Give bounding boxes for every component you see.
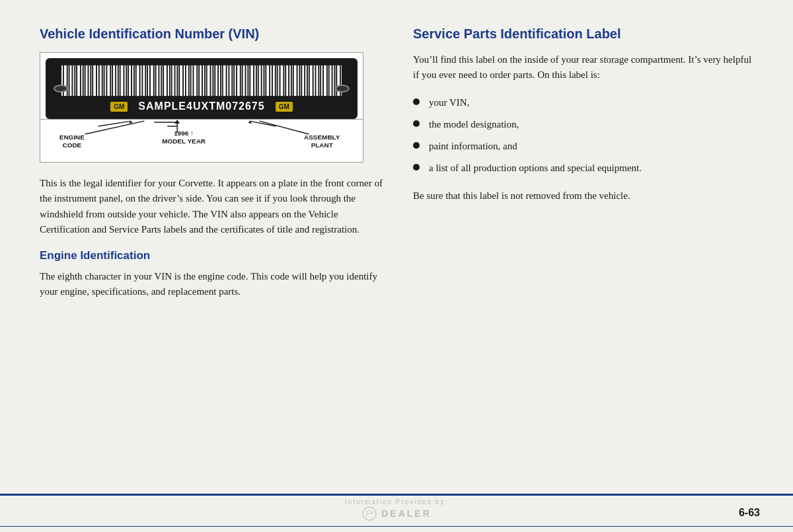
svg-rect-98 — [328, 65, 328, 96]
svg-rect-35 — [157, 65, 159, 96]
svg-rect-6 — [77, 65, 80, 96]
svg-rect-27 — [135, 65, 135, 96]
svg-rect-63 — [233, 65, 233, 96]
barcode-svg — [61, 65, 342, 96]
svg-rect-99 — [330, 65, 332, 96]
svg-rect-57 — [215, 65, 217, 96]
left-column: Vehicle Identification Number (VIN) — [40, 26, 387, 439]
vin-labels-svg: ENGINE CODE 1996 ↑ MODEL YEAR ASSEMBLY P… — [46, 120, 358, 158]
svg-rect-79 — [276, 65, 277, 96]
svg-rect-85 — [292, 65, 293, 96]
svg-rect-10 — [89, 65, 90, 96]
svg-rect-80 — [278, 65, 280, 96]
svg-rect-4 — [73, 65, 74, 96]
svg-rect-89 — [302, 65, 304, 96]
svg-rect-83 — [286, 65, 288, 96]
svg-text:ENGINE: ENGINE — [59, 133, 85, 141]
svg-rect-91 — [308, 65, 309, 96]
svg-rect-31 — [146, 65, 147, 96]
gm-badge-left: GM — [110, 102, 128, 112]
svg-rect-92 — [310, 65, 313, 96]
svg-rect-77 — [270, 65, 272, 96]
svg-rect-59 — [221, 65, 222, 96]
vin-plate-box: GM SAMPLE4UXTM072675 GM — [40, 52, 363, 120]
svg-rect-84 — [289, 65, 291, 96]
svg-rect-42 — [175, 65, 176, 96]
svg-rect-30 — [143, 65, 145, 96]
svg-rect-70 — [250, 65, 253, 96]
svg-rect-88 — [300, 65, 301, 96]
svg-rect-56 — [213, 65, 214, 96]
vin-number: SAMPLE4UXTM072675 — [138, 100, 264, 112]
svg-rect-38 — [164, 65, 167, 96]
vin-diagram: GM SAMPLE4UXTM072675 GM — [40, 52, 363, 163]
bullet-text-2: the model designation, — [429, 117, 519, 132]
bullet-item-1: your VIN, — [413, 95, 760, 110]
vin-oval-right — [335, 85, 350, 93]
svg-rect-7 — [81, 65, 83, 96]
svg-text:ASSEMBLY: ASSEMBLY — [304, 133, 340, 141]
svg-rect-76 — [266, 65, 269, 96]
vin-body-text: This is the legal identifier for your Co… — [40, 176, 387, 237]
svg-rect-43 — [178, 65, 178, 96]
bullet-text-4: a list of all production options and spe… — [429, 161, 642, 176]
svg-rect-94 — [316, 65, 318, 96]
svg-rect-16 — [105, 65, 106, 96]
footer-watermark-line1: Information Provided by: — [345, 498, 448, 506]
bullet-dot-3 — [413, 142, 420, 149]
svg-rect-25 — [129, 65, 131, 96]
svg-rect-101 — [335, 65, 336, 96]
svg-rect-69 — [248, 65, 249, 96]
engine-id-title: Engine Identification — [40, 249, 387, 262]
svg-rect-29 — [140, 65, 141, 96]
engine-id-body: The eighth character in your VIN is the … — [40, 269, 387, 300]
bullet-dot-4 — [413, 164, 420, 171]
svg-rect-11 — [91, 65, 92, 96]
svg-rect-39 — [168, 65, 169, 96]
svg-rect-68 — [246, 65, 247, 96]
svg-rect-82 — [284, 65, 285, 96]
svg-rect-62 — [229, 65, 231, 96]
bullet-dot-1 — [413, 98, 420, 105]
svg-rect-96 — [321, 65, 322, 96]
service-parts-bullets: your VIN, the model designation, paint i… — [413, 95, 760, 176]
bullet-item-4: a list of all production options and spe… — [413, 161, 760, 176]
footer-line-bottom — [0, 526, 793, 527]
bullet-text-1: your VIN, — [429, 95, 469, 110]
svg-rect-61 — [227, 65, 229, 96]
vin-bottom-row: GM SAMPLE4UXTM072675 GM — [55, 100, 348, 112]
vin-plate: GM SAMPLE4UXTM072675 GM — [46, 58, 358, 119]
svg-rect-21 — [119, 65, 120, 96]
svg-rect-67 — [243, 65, 245, 96]
svg-rect-65 — [237, 65, 240, 96]
svg-rect-71 — [254, 65, 256, 96]
svg-rect-40 — [170, 65, 171, 96]
vin-title: Vehicle Identification Number (VIN) — [40, 26, 387, 42]
page-number: 6-63 — [739, 507, 760, 519]
svg-rect-32 — [148, 65, 149, 96]
svg-rect-24 — [127, 65, 128, 96]
svg-rect-75 — [264, 65, 265, 96]
service-parts-title: Service Parts Identification Label — [413, 26, 760, 42]
gm-badge-right: GM — [276, 102, 293, 112]
svg-rect-58 — [219, 65, 220, 96]
svg-rect-73 — [259, 65, 261, 96]
svg-line-118 — [260, 121, 309, 134]
svg-rect-36 — [159, 65, 161, 96]
svg-rect-52 — [203, 65, 204, 96]
svg-rect-81 — [280, 65, 283, 96]
svg-rect-51 — [200, 65, 202, 96]
svg-line-117 — [85, 121, 145, 134]
svg-rect-45 — [184, 65, 185, 96]
bullet-text-3: paint information, and — [429, 139, 517, 154]
svg-rect-5 — [75, 65, 76, 96]
page-footer: Information Provided by: DEALER 6-63 — [0, 494, 793, 532]
footer-watermark-line2: DEALER — [381, 508, 432, 519]
svg-rect-66 — [241, 65, 242, 96]
bullet-item-2: the model designation, — [413, 117, 760, 132]
svg-rect-17 — [107, 65, 110, 96]
svg-rect-34 — [155, 65, 155, 96]
svg-rect-3 — [70, 65, 72, 96]
svg-rect-93 — [314, 65, 315, 96]
svg-rect-41 — [172, 65, 174, 96]
